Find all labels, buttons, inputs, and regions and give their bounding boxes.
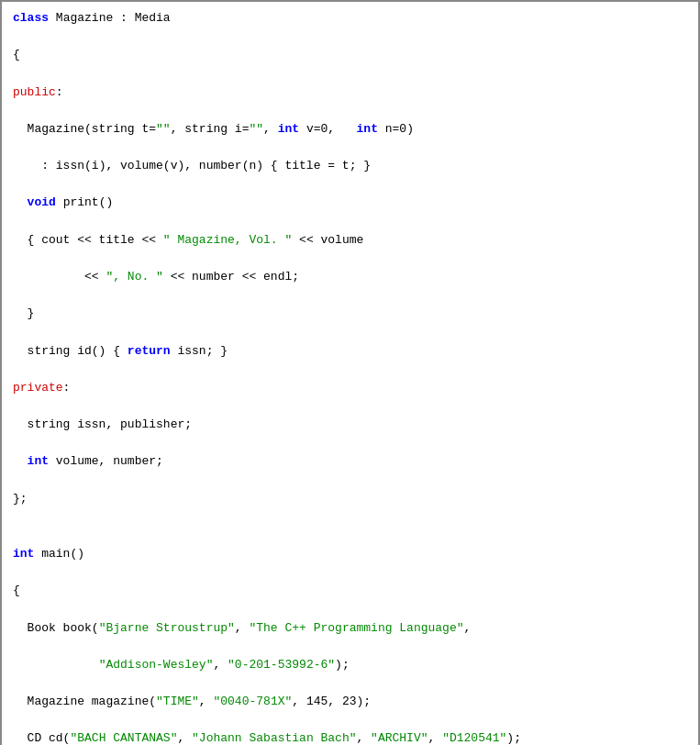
code-line: Book book("Bjarne Stroustrup", "The C++ … [13,619,687,638]
code-line: Magazine magazine("TIME", "0040-781X", 1… [13,693,687,711]
code-line: }; [13,490,687,508]
code-line: { [13,46,687,64]
code-line: string id() { return issn; } [13,342,687,361]
code-line: Magazine(string t="", string i="", int v… [13,120,687,139]
code-line: { cout << title << " Magazine, Vol. " <<… [13,231,687,250]
code-line: : issn(i), volume(v), number(n) { title … [13,157,687,175]
code-editor: class Magazine : Media { public: Magazin… [2,2,698,745]
code-line: "Addison-Wesley", "0-201-53992-6"); [13,656,687,674]
code-line: << ", No. " << number << endl; [13,268,687,286]
code-line: { [13,582,687,600]
code-line: string issn, publisher; [13,416,687,434]
main-window: class Magazine : Media { public: Magazin… [0,0,700,745]
code-line: void print() [13,194,687,212]
code-line: public: [13,83,687,102]
code-line: class Magazine : Media [13,9,687,28]
code-line: private: [13,379,687,397]
code-line: } [13,305,687,323]
code-line: CD cd("BACH CANTANAS", "Johann Sabastian… [13,729,687,745]
code-line: int volume, number; [13,452,687,471]
code-line: int main() [13,545,687,563]
code-content: class Magazine : Media { public: Magazin… [13,9,687,745]
